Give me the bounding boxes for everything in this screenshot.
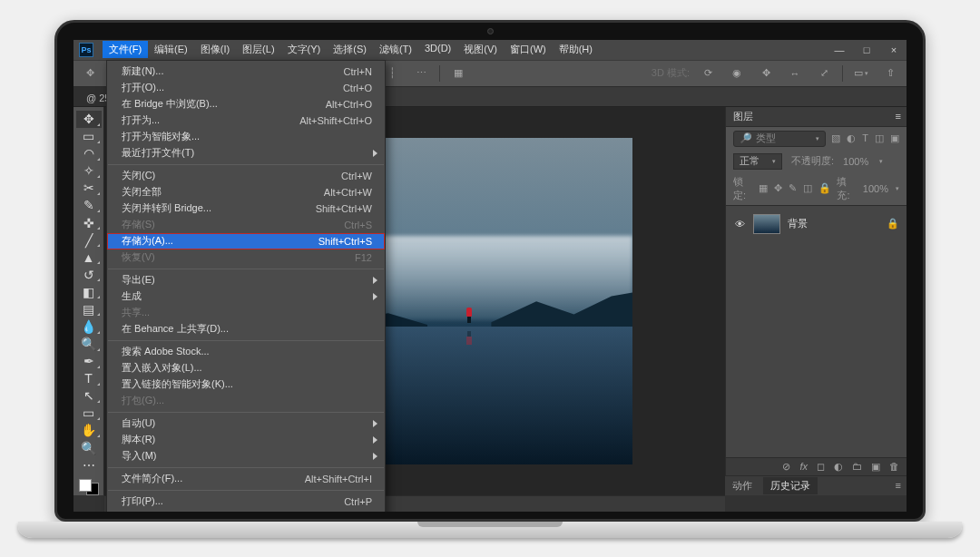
tab-history[interactable]: 历史记录 bbox=[763, 477, 818, 494]
blend-mode-dropdown[interactable]: 正常▾ bbox=[733, 153, 782, 170]
brush-tool[interactable]: ╱ bbox=[76, 231, 102, 249]
3d-pan-icon[interactable]: ✥ bbox=[755, 65, 777, 82]
menu-item[interactable]: 在 Behance 上共享(D)... bbox=[107, 321, 385, 337]
new-layer-icon[interactable]: ▣ bbox=[871, 461, 880, 473]
menu-item[interactable]: 导出(E) bbox=[107, 272, 385, 288]
menu-编辑[interactable]: 编辑(E) bbox=[148, 41, 194, 58]
color-swatches[interactable] bbox=[79, 479, 99, 494]
arrange-docs-icon[interactable]: ▭▾ bbox=[850, 65, 872, 82]
tool-preset-icon[interactable]: ✥ bbox=[79, 65, 101, 82]
gradient-tool[interactable]: ▤ bbox=[76, 300, 102, 318]
panel-menu-icon[interactable]: ≡ bbox=[896, 111, 899, 122]
menu-图层[interactable]: 图层(L) bbox=[236, 41, 280, 58]
layer-name[interactable]: 背景 bbox=[788, 217, 879, 230]
lock-pixels-icon[interactable]: ✎ bbox=[789, 182, 797, 194]
layer-style-icon[interactable]: fx bbox=[799, 461, 808, 472]
menu-item[interactable]: 自动(U) bbox=[107, 415, 385, 432]
link-layers-icon[interactable]: ⊘ bbox=[782, 461, 790, 473]
menu-item[interactable]: 打印一份(Y)Alt+Shift+Ctrl+P bbox=[107, 510, 385, 512]
menu-帮助[interactable]: 帮助(H) bbox=[553, 41, 599, 58]
menu-item[interactable]: 最近打开文件(T) bbox=[107, 145, 385, 161]
adjustment-layer-icon[interactable]: ◐ bbox=[834, 461, 843, 473]
zoom-tool[interactable]: 🔍 bbox=[76, 439, 102, 456]
layer-thumbnail[interactable] bbox=[753, 214, 780, 234]
lock-icon[interactable]: 🔒 bbox=[818, 182, 831, 194]
share-icon[interactable]: ⇧ bbox=[879, 65, 901, 82]
opacity-value[interactable]: 100% bbox=[843, 156, 868, 167]
menu-item[interactable]: 置入嵌入对象(L)... bbox=[107, 360, 385, 376]
filter-adjust-icon[interactable]: ◐ bbox=[847, 132, 856, 144]
3d-slide-icon[interactable]: ↔ bbox=[784, 65, 806, 82]
hand-tool[interactable]: ✋ bbox=[76, 422, 102, 439]
menu-图像[interactable]: 图像(I) bbox=[194, 41, 236, 58]
window-minimize[interactable]: — bbox=[832, 44, 847, 55]
clone-stamp-tool[interactable]: ▲ bbox=[76, 249, 102, 266]
menu-item[interactable]: 文件简介(F)...Alt+Shift+Ctrl+I bbox=[107, 471, 385, 487]
filter-image-icon[interactable]: ▧ bbox=[831, 132, 840, 144]
filter-smart-icon[interactable]: ▣ bbox=[890, 132, 899, 144]
window-close[interactable]: × bbox=[887, 44, 901, 55]
menu-3D[interactable]: 3D(D) bbox=[418, 41, 457, 58]
menu-视图[interactable]: 视图(V) bbox=[457, 41, 504, 58]
3d-orbit-icon[interactable]: ⟳ bbox=[697, 65, 719, 82]
menu-item[interactable]: 存储为(A)...Shift+Ctrl+S bbox=[107, 233, 385, 249]
layer-row[interactable]: 👁 背景 🔒 bbox=[726, 211, 906, 237]
lasso-tool[interactable]: ◠ bbox=[76, 145, 102, 162]
panel-menu-icon[interactable]: ≡ bbox=[896, 480, 899, 491]
menu-选择[interactable]: 选择(S) bbox=[327, 41, 373, 58]
delete-layer-icon[interactable]: 🗑 bbox=[889, 461, 899, 472]
menu-item[interactable]: 在 Bridge 中浏览(B)...Alt+Ctrl+O bbox=[107, 96, 385, 112]
new-group-icon[interactable]: 🗀 bbox=[852, 461, 862, 472]
lock-transparent-icon[interactable]: ◫ bbox=[803, 182, 812, 194]
layer-mask-icon[interactable]: ◻ bbox=[817, 461, 825, 473]
pen-tool[interactable]: ✒ bbox=[76, 353, 102, 370]
menu-item[interactable]: 生成 bbox=[107, 288, 385, 305]
reference-point-icon[interactable]: ▦ bbox=[447, 65, 469, 82]
filter-type-icon[interactable]: T bbox=[862, 132, 868, 144]
marquee-tool[interactable]: ▭ bbox=[76, 128, 102, 145]
blur-tool[interactable]: 💧 bbox=[76, 318, 102, 335]
tab-actions[interactable]: 动作 bbox=[732, 479, 752, 493]
crop-tool[interactable]: ✂ bbox=[76, 180, 102, 197]
menu-item[interactable]: 新建(N)...Ctrl+N bbox=[107, 64, 385, 80]
menu-文件[interactable]: 文件(F) bbox=[103, 41, 148, 58]
menu-item[interactable]: 打开为智能对象... bbox=[107, 129, 385, 145]
eyedropper-tool[interactable]: ✎ bbox=[76, 197, 102, 214]
menu-item[interactable]: 导入(M) bbox=[107, 448, 385, 464]
menu-item[interactable]: 打开(O)...Ctrl+O bbox=[107, 80, 385, 96]
window-maximize[interactable]: □ bbox=[859, 44, 874, 55]
menu-item[interactable]: 搜索 Adobe Stock... bbox=[107, 344, 385, 360]
foreground-color-swatch[interactable] bbox=[79, 479, 92, 492]
menu-窗口[interactable]: 窗口(W) bbox=[504, 41, 553, 58]
3d-roll-icon[interactable]: ◉ bbox=[726, 65, 748, 82]
layers-panel-tab[interactable]: 图层 bbox=[733, 110, 753, 123]
fill-value[interactable]: 100% bbox=[863, 183, 888, 194]
menu-文字[interactable]: 文字(Y) bbox=[281, 41, 328, 58]
history-brush-tool[interactable]: ↺ bbox=[76, 266, 102, 283]
menu-item[interactable]: 置入链接的智能对象(K)... bbox=[107, 376, 385, 393]
rectangle-tool[interactable]: ▭ bbox=[76, 405, 102, 422]
move-tool[interactable]: ✥ bbox=[76, 111, 102, 128]
filter-shape-icon[interactable]: ◫ bbox=[875, 132, 884, 144]
layer-filter-kind[interactable]: 🔎 类型 ▾ bbox=[733, 131, 826, 147]
lock-all-icon[interactable]: ▦ bbox=[759, 182, 768, 194]
menu-滤镜[interactable]: 滤镜(T) bbox=[373, 41, 418, 58]
menu-item: 存储(S)Ctrl+S bbox=[107, 217, 385, 233]
dodge-tool[interactable]: 🔍 bbox=[76, 336, 102, 353]
eraser-tool[interactable]: ◧ bbox=[76, 283, 102, 300]
healing-brush-tool[interactable]: ✜ bbox=[76, 214, 102, 231]
menu-item[interactable]: 打开为...Alt+Shift+Ctrl+O bbox=[107, 112, 385, 129]
edit-toolbar[interactable]: ⋯ bbox=[76, 456, 102, 474]
menu-item[interactable]: 关闭全部Alt+Ctrl+W bbox=[107, 184, 385, 200]
path-selection-tool[interactable]: ↖ bbox=[76, 387, 102, 405]
lock-position-icon[interactable]: ✥ bbox=[774, 182, 782, 194]
type-tool[interactable]: T bbox=[76, 370, 102, 387]
menu-item[interactable]: 脚本(R) bbox=[107, 432, 385, 448]
magic-wand-tool[interactable]: ✧ bbox=[76, 162, 102, 180]
menu-item[interactable]: 打印(P)...Ctrl+P bbox=[107, 493, 385, 510]
3d-zoom-icon[interactable]: ⤢ bbox=[813, 65, 835, 82]
more-options-icon[interactable]: ⋯ bbox=[410, 65, 432, 82]
menu-item[interactable]: 关闭(C)Ctrl+W bbox=[107, 168, 385, 184]
layer-visibility-icon[interactable]: 👁 bbox=[733, 219, 746, 230]
menu-item[interactable]: 关闭并转到 Bridge...Shift+Ctrl+W bbox=[107, 200, 385, 217]
